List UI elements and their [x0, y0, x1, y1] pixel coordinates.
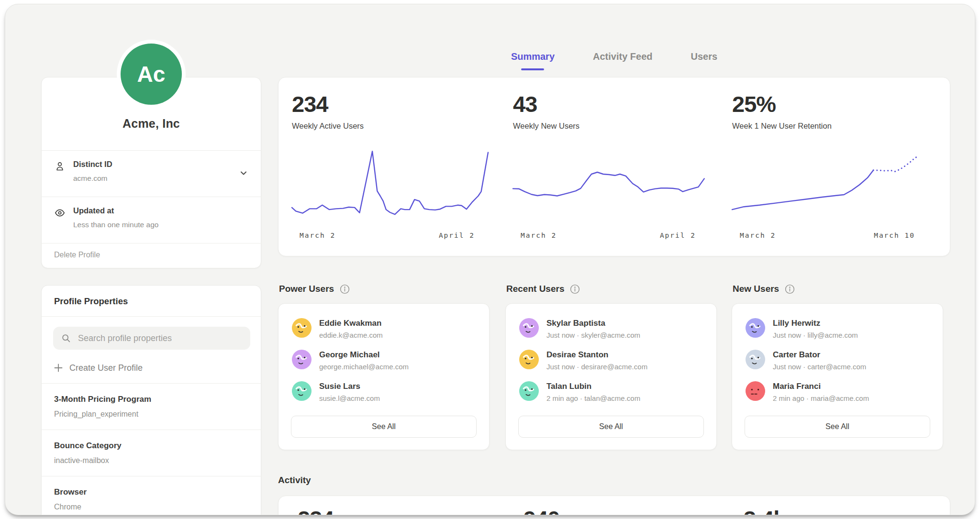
- activity-stat-value: 234: [298, 506, 334, 515]
- chevron-down-icon[interactable]: [238, 167, 249, 179]
- active-tab-underline: [521, 68, 544, 70]
- info-icon[interactable]: [340, 284, 350, 294]
- create-user-profile-button[interactable]: Create User Profile: [54, 358, 143, 377]
- user-name: Eddie Kwakman: [319, 319, 381, 328]
- plus-icon: [54, 364, 63, 372]
- see-all-button[interactable]: See All: [291, 416, 477, 438]
- see-all-button[interactable]: See All: [518, 416, 704, 438]
- create-user-profile-label: Create User Profile: [69, 363, 143, 373]
- section-header-new-users: New Users: [733, 284, 795, 294]
- divider: [42, 316, 261, 317]
- x-axis-tick: March 2: [300, 232, 335, 239]
- avatar-face: [519, 318, 539, 338]
- user-avatar: [292, 350, 312, 369]
- field-row-distinct-id[interactable]: Distinct ID acme.com: [42, 150, 261, 197]
- section-header-power-users: Power Users: [279, 284, 350, 294]
- property-value: Chrome: [54, 503, 81, 511]
- property-item[interactable]: Bounce Category inactive-mailbox: [42, 430, 261, 476]
- stat-value: 234: [292, 91, 328, 117]
- user-avatar: [519, 318, 539, 338]
- tab-summary[interactable]: Summary: [511, 51, 555, 70]
- avatar-face: [746, 381, 765, 401]
- search-profile-properties[interactable]: [53, 327, 250, 350]
- search-input[interactable]: [78, 327, 245, 350]
- user-list-item[interactable]: George Michael george.michael@acme.com: [292, 350, 479, 377]
- property-label: 3-Month Pricing Program: [54, 395, 151, 404]
- tab-label: Summary: [511, 51, 555, 62]
- user-detail: Just now · carter@acme.com: [773, 363, 866, 371]
- user-detail: susie.l@acme.com: [319, 394, 380, 402]
- user-list-item[interactable]: Maria Franci 2 min ago · maria@acme.com: [746, 381, 933, 409]
- stat-label: Weekly Active Users: [292, 121, 364, 131]
- avatar-face: [292, 381, 312, 401]
- section-title: Recent Users: [506, 284, 564, 294]
- user-avatar: [746, 350, 765, 369]
- tab-activity-feed[interactable]: Activity Feed: [593, 51, 652, 70]
- profile-card: Acme, Inc Distinct ID acme.com Updated a…: [41, 77, 261, 268]
- property-value: Pricing_plan_experiment: [54, 410, 138, 419]
- divider: [42, 243, 261, 243]
- activity-card: 234 940 3.4k: [278, 496, 950, 515]
- app-window: Ac Acme, Inc Distinct ID acme.com Update…: [5, 4, 975, 515]
- weekly-active-users-chart: [292, 144, 488, 225]
- user-name: Skylar Baptista: [546, 319, 605, 328]
- user-detail: 2 min ago · talan@acme.com: [546, 394, 640, 402]
- avatar-face: [746, 350, 765, 369]
- activity-stat-value: 3.4k: [744, 506, 785, 515]
- user-detail: 2 min ago · maria@acme.com: [773, 394, 869, 402]
- property-item[interactable]: Browser Chrome: [42, 476, 261, 515]
- user-name: Carter Bator: [773, 350, 820, 360]
- user-detail: Just now · desirare@acme.com: [546, 363, 647, 371]
- activity-stat-value: 940: [523, 506, 559, 515]
- power-users-card: Eddie Kwakman eddie.k@acme.com George Mi…: [278, 303, 490, 450]
- tab-users[interactable]: Users: [691, 51, 718, 70]
- user-name: Talan Lubin: [546, 382, 591, 391]
- field-row-updated-at: Updated at Less than one minute ago: [42, 197, 261, 243]
- stat-value: 43: [513, 91, 537, 117]
- tab-label: Users: [691, 51, 718, 62]
- user-detail: eddie.k@acme.com: [319, 331, 383, 339]
- field-value: acme.com: [73, 174, 108, 183]
- user-name: Maria Franci: [773, 382, 821, 391]
- info-icon[interactable]: [570, 284, 580, 294]
- user-name: Susie Lars: [319, 382, 360, 391]
- user-list-item[interactable]: Lilly Herwitz Just now · lilly@acme.com: [746, 318, 933, 346]
- avatar-face: [292, 318, 312, 338]
- user-avatar: [746, 318, 765, 338]
- delete-profile-button[interactable]: Delete Profile: [54, 251, 100, 259]
- user-list-item[interactable]: Susie Lars susie.l@acme.com: [292, 381, 479, 409]
- avatar-face: [292, 350, 312, 369]
- section-header-recent-users: Recent Users: [506, 284, 580, 294]
- x-axis-tick: March 2: [521, 232, 557, 239]
- x-axis-labels: March 2 April 2: [292, 232, 488, 239]
- user-avatar: [519, 350, 539, 369]
- user-name: George Michael: [319, 350, 380, 360]
- weekly-new-users-chart: [513, 144, 709, 225]
- info-icon[interactable]: [785, 284, 795, 294]
- user-list-item[interactable]: Eddie Kwakman eddie.k@acme.com: [292, 318, 479, 346]
- property-value: inactive-mailbox: [54, 456, 109, 465]
- field-label: Updated at: [73, 206, 114, 215]
- company-avatar-initials: Ac: [137, 61, 166, 87]
- week1-retention-chart: [732, 144, 928, 225]
- x-axis-tick: April 2: [660, 232, 696, 239]
- user-avatar: [746, 381, 765, 401]
- user-list-item[interactable]: Carter Bator Just now · carter@acme.com: [746, 350, 933, 377]
- x-axis-tick: April 2: [439, 232, 475, 239]
- stat-value: 25%: [732, 91, 776, 117]
- person-icon: [54, 161, 66, 172]
- user-detail: george.michael@acme.com: [319, 363, 409, 371]
- stat-label: Week 1 New User Retention: [732, 121, 832, 131]
- user-list-item[interactable]: Desirae Stanton Just now · desirare@acme…: [519, 350, 707, 377]
- recent-users-card: Skylar Baptista Just now · skyler@acme.c…: [505, 303, 717, 450]
- property-item[interactable]: 3-Month Pricing Program Pricing_plan_exp…: [42, 383, 261, 430]
- user-list-item[interactable]: Talan Lubin 2 min ago · talan@acme.com: [519, 381, 707, 409]
- user-list-item[interactable]: Skylar Baptista Just now · skyler@acme.c…: [519, 318, 707, 346]
- avatar-face: [746, 318, 765, 338]
- user-detail: Just now · lilly@acme.com: [773, 331, 858, 339]
- see-all-button[interactable]: See All: [745, 416, 930, 438]
- eye-icon: [54, 207, 66, 219]
- field-value: Less than one minute ago: [73, 221, 158, 229]
- company-avatar: Ac: [121, 44, 182, 105]
- profile-properties-card: Profile Properties Create User Profile 3…: [41, 285, 261, 515]
